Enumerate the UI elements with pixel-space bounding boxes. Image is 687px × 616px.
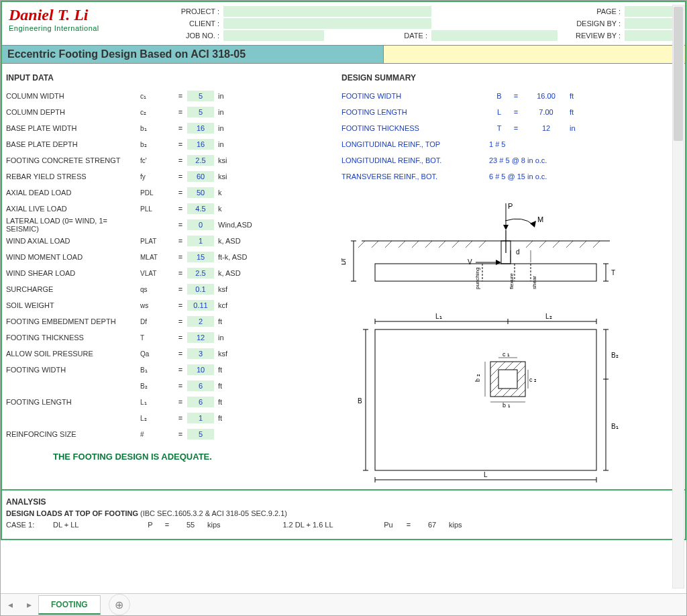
input-value-cell[interactable]: 4.5 [187,203,214,214]
input-value-cell[interactable]: 0.1 [187,284,214,295]
input-value-cell[interactable]: 6 [187,380,214,391]
input-value-cell[interactable]: 0.11 [187,300,214,311]
design-summary-heading: DESIGN SUMMARY [341,73,678,83]
svg-line-5 [358,241,365,248]
add-sheet-icon[interactable]: ⊕ [109,594,130,615]
input-equals: = [174,430,187,438]
summary-row: FOOTING WIDTHB=16.00ft [341,88,678,104]
summary-label: FOOTING LENGTH [341,108,489,116]
diagram-label-flexure: flexure [509,272,515,289]
summary-label: LONGITUDINAL REINF., BOT. [341,156,489,164]
input-row: WIND AXIAL LOADPLAT=1k, ASD [6,233,341,249]
input-value-cell[interactable]: 2 [187,316,214,327]
input-label: LATERAL LOAD (0= WIND, 1= SEISMIC) [6,217,140,233]
input-value-cell[interactable]: 1 [187,236,214,246]
input-row: FOOTING THICKNESST=12in [6,329,341,346]
input-row: ALLOW SOIL PRESSUREQa=3ksf [6,346,341,362]
input-unit: in [214,92,268,100]
project-value[interactable] [223,6,431,17]
input-unit: ft-k, ASD [214,253,268,261]
input-equals: = [174,398,187,406]
input-symbol: T [140,334,174,342]
input-equals: = [174,414,187,422]
analysis-sub-text: DESIGN LOADS AT TOP OF FOOTING [6,509,138,517]
input-unit: Wind,ASD [214,221,268,229]
date-value[interactable] [431,30,558,41]
input-label: AXIAL LIVE LOAD [6,205,140,213]
input-row: LATERAL LOAD (0= WIND, 1= SEISMIC)=0Wind… [6,217,341,233]
input-row: FOOTING CONCRETE STRENGTfc'=2.5ksi [6,152,341,168]
input-unit: k, ASD [214,269,268,277]
input-equals: = [174,205,187,213]
input-unit: k [214,205,268,213]
analysis-ref: (IBC SEC.1605.3.2 & ACI 318-05 SEC.9.2.1… [138,509,287,517]
diagram-label-P: P [508,202,513,210]
input-label: WIND MOMENT LOAD [6,253,140,261]
input-unit: kcf [214,301,268,309]
svg-rect-36 [375,329,596,470]
summary-value: 23 # 5 @ 8 in o.c. [489,156,590,164]
header-block: Daniel T. Li Engineering International P… [2,2,685,45]
input-value-cell[interactable]: 3 [187,348,214,359]
client-value[interactable] [223,18,431,29]
diagram-label-T: T [611,269,615,276]
input-label: COLUMN DEPTH [6,108,140,116]
jobno-value[interactable] [223,30,324,41]
jobno-label: JOB NO. : [156,32,223,40]
page-value[interactable] [625,6,678,17]
reviewby-value[interactable] [625,30,678,41]
summary-row: FOOTING THICKNESST=12in [341,120,678,136]
input-value-cell[interactable]: 6 [187,397,214,407]
input-value-cell[interactable]: 1 [187,413,214,423]
input-equals: = [174,189,187,197]
summary-label: FOOTING THICKNESS [341,124,489,132]
svg-line-10 [425,241,432,248]
tab-footing[interactable]: FOOTING [38,595,101,615]
svg-line-13 [466,241,472,248]
input-equals: = [174,350,187,358]
input-label: SOIL WEIGHT [6,301,140,309]
input-value-cell[interactable]: 2.5 [187,155,214,166]
input-value-cell[interactable]: 10 [187,364,214,375]
input-value-cell[interactable]: 60 [187,171,214,182]
input-value-cell[interactable]: 5 [187,91,214,101]
input-value-cell[interactable]: 16 [187,123,214,134]
input-symbol: b₂ [140,141,174,148]
diagram-label-V: V [468,258,472,266]
diagram-label-L2: L₂ [545,313,552,320]
svg-line-16 [539,241,546,248]
input-symbol: fc' [140,157,174,164]
vertical-scrollbar[interactable] [672,5,684,588]
input-value-cell[interactable]: 15 [187,252,214,262]
scrollbar-thumb[interactable] [674,7,683,141]
summary-label: TRANSVERSE REINF., BOT. [341,172,489,181]
input-label: FOOTING EMBEDMENT DEPTH [6,317,140,325]
summary-row: LONGITUDINAL REINF., BOT.23 # 5 @ 8 in o… [341,152,678,168]
diagram-label-shear: shear [531,276,537,289]
summary-label: FOOTING WIDTH [341,92,489,100]
tab-nav-next-icon[interactable]: ▸ [19,595,38,615]
diagram-label-B: B [358,397,362,405]
input-row: BASE PLATE WIDTHb₁=16in [6,120,341,136]
input-row: BASE PLATE DEPTHb₂=16in [6,136,341,152]
diagram-label-d: d [516,248,520,256]
input-row: WIND SHEAR LOADVLAT=2.5k, ASD [6,265,341,281]
input-value-cell[interactable]: 2.5 [187,268,214,278]
analysis-section: ANALYSIS DESIGN LOADS AT TOP OF FOOTING … [2,489,685,539]
title-bar: Eccentric Footing Design Based on ACI 31… [2,45,685,64]
input-value-cell[interactable]: 0 [187,219,214,230]
designby-value[interactable] [625,18,678,29]
input-value-cell[interactable]: 12 [187,332,214,343]
tab-nav-prev-icon[interactable]: ◂ [1,595,19,615]
input-value-cell[interactable]: 5 [187,107,214,117]
input-equals: = [174,382,187,390]
input-value-cell[interactable]: 16 [187,139,214,150]
case-combo1: DL + LL [53,521,140,529]
input-value-cell[interactable]: 50 [187,187,214,198]
input-symbol: MLAT [140,254,174,261]
input-equals: = [174,140,187,148]
diagram-label-B1: B₁ [611,423,619,430]
footing-diagram: P M [341,195,678,485]
input-symbol: B₂ [140,382,174,390]
input-value-cell[interactable]: 5 [187,429,214,440]
